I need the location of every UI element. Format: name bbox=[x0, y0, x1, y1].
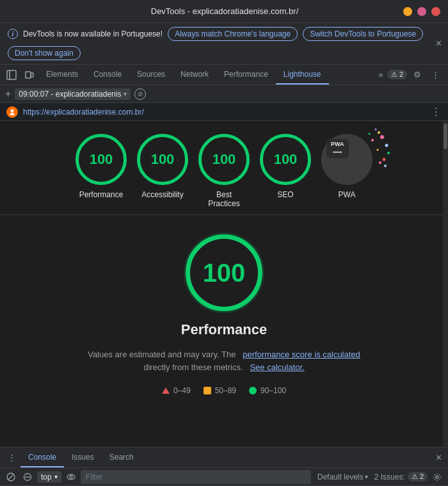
default-levels-button[interactable]: Default levels ▾ bbox=[314, 471, 372, 483]
performance-score-calc-link[interactable]: performance score is calculated bbox=[243, 350, 360, 359]
clear-console-button[interactable] bbox=[4, 470, 18, 484]
settings-icon[interactable]: ⚙ bbox=[410, 67, 425, 83]
fail-triangle-icon bbox=[162, 387, 170, 394]
issues-count: ⚠ 2 bbox=[408, 472, 428, 482]
svg-point-10 bbox=[375, 129, 377, 131]
devtools-inspect-icon[interactable] bbox=[3, 66, 20, 84]
scroll-thumb[interactable] bbox=[444, 124, 447, 149]
legend-pass: 90–100 bbox=[249, 386, 286, 395]
session-selector[interactable]: 09:00:07 - explicadoratiadenis ▾ bbox=[15, 88, 131, 100]
score-card-performance: 100 Performance bbox=[76, 134, 127, 199]
performance-score-circle: 100 bbox=[76, 134, 127, 185]
svg-point-20 bbox=[67, 474, 75, 480]
filter-input[interactable] bbox=[81, 470, 311, 484]
titlebar: DevTools - explicadoratiadenise.com.br/ bbox=[0, 0, 448, 23]
big-score-description: Values are estimated and may vary. The p… bbox=[88, 348, 360, 373]
lighthouse-toolbar: + 09:00:07 - explicadoratiadenis ▾ ⊘ bbox=[0, 85, 448, 103]
best-practices-score-circle: 100 bbox=[198, 134, 250, 185]
context-selector[interactable]: top ▾ bbox=[37, 471, 61, 483]
svg-point-15 bbox=[379, 161, 381, 164]
main-content[interactable]: 100 Performance 100 Accessibility 100 Be… bbox=[0, 121, 448, 447]
dont-show-again-button[interactable]: Don't show again bbox=[8, 46, 81, 60]
see-calculator-link[interactable]: See calculator. bbox=[250, 362, 304, 372]
bottom-panel-close-button[interactable]: × bbox=[432, 452, 445, 464]
console-settings-icon[interactable] bbox=[430, 470, 444, 484]
accessibility-score-circle: 100 bbox=[137, 134, 188, 185]
block-icon[interactable] bbox=[20, 470, 35, 484]
minimize-button[interactable] bbox=[403, 7, 412, 16]
average-square-icon bbox=[204, 387, 211, 394]
score-card-pwa: PWA — PWA bbox=[321, 134, 372, 199]
issues-badge: ⚠ 2 bbox=[387, 70, 407, 79]
issues-warning-icon: ⚠ bbox=[412, 473, 420, 480]
svg-point-9 bbox=[383, 158, 386, 161]
pwa-score-circle: PWA — bbox=[321, 134, 372, 185]
score-legend: 0–49 50–89 90–100 bbox=[149, 386, 299, 405]
scrollbar[interactable] bbox=[443, 121, 448, 447]
svg-rect-3 bbox=[31, 73, 33, 77]
notification-bar: i DevTools is now available in Portugues… bbox=[0, 23, 448, 65]
issues-badge-console: 2 Issues: ⚠ 2 bbox=[374, 472, 428, 482]
tab-lighthouse[interactable]: Lighthouse bbox=[276, 65, 329, 85]
score-cards-row: 100 Performance 100 Accessibility 100 Be… bbox=[0, 121, 448, 215]
issues-icon: ⚠ bbox=[391, 70, 399, 78]
tab-end-controls: ⚠ 2 ⚙ ⋮ bbox=[387, 67, 445, 83]
devtools-device-icon[interactable] bbox=[20, 66, 38, 84]
switch-to-portuguese-button[interactable]: Switch DevTools to Portuguese bbox=[303, 27, 423, 41]
window-controls bbox=[403, 7, 440, 16]
best-practices-score-label: BestPractices bbox=[208, 190, 239, 208]
accessibility-score-label: Accessibility bbox=[141, 190, 183, 199]
score-card-best-practices: 100 BestPractices bbox=[198, 134, 250, 208]
svg-point-4 bbox=[11, 109, 14, 112]
tab-performance[interactable]: Performance bbox=[216, 65, 276, 85]
svg-point-13 bbox=[384, 165, 387, 167]
bottom-tab-search[interactable]: Search bbox=[102, 448, 141, 467]
bottom-tab-end: × bbox=[432, 452, 445, 464]
eye-icon[interactable] bbox=[64, 470, 78, 484]
match-language-button[interactable]: Always match Chrome's language bbox=[168, 27, 298, 41]
tabs-list: Elements Console Sources Network Perform… bbox=[38, 65, 375, 85]
more-options-icon[interactable]: ⋮ bbox=[428, 67, 443, 83]
bottom-tab-issues[interactable]: Issues bbox=[64, 448, 102, 467]
url-menu-button[interactable]: ⋮ bbox=[431, 106, 442, 118]
tab-sources[interactable]: Sources bbox=[129, 65, 173, 85]
info-icon: i bbox=[8, 29, 18, 39]
bottom-panel: ⋮ Console Issues Search × top bbox=[0, 447, 448, 486]
close-button[interactable] bbox=[431, 7, 440, 16]
bottom-tab-console[interactable]: Console bbox=[20, 448, 64, 467]
svg-point-12 bbox=[377, 149, 379, 151]
tab-network[interactable]: Network bbox=[173, 65, 216, 85]
stop-icon[interactable]: ⊘ bbox=[134, 88, 146, 100]
svg-point-22 bbox=[436, 476, 438, 478]
tab-console[interactable]: Console bbox=[86, 65, 129, 85]
console-toolbar: top ▾ Default levels ▾ 2 Issues: ⚠ 2 bbox=[0, 468, 448, 486]
performance-score-label: Performance bbox=[79, 190, 124, 199]
more-tabs-button[interactable]: » bbox=[375, 70, 387, 79]
tab-elements[interactable]: Elements bbox=[38, 65, 86, 85]
big-score-title: Performance bbox=[181, 321, 268, 338]
svg-point-11 bbox=[371, 139, 374, 142]
url-bar: https://explicadoratiadenise.com.br/ ⋮ bbox=[0, 103, 448, 121]
pwa-score-label: PWA bbox=[339, 190, 356, 199]
svg-point-6 bbox=[385, 144, 388, 147]
legend-fail: 0–49 bbox=[162, 386, 191, 395]
svg-point-5 bbox=[380, 135, 384, 139]
add-tab-button[interactable]: + bbox=[5, 88, 11, 100]
url-display: https://explicadoratiadenise.com.br/ bbox=[23, 108, 426, 117]
notification-message: DevTools is now available in Portuguese! bbox=[23, 29, 163, 38]
legend-average: 50–89 bbox=[204, 386, 236, 395]
bottom-tabs-row: ⋮ Console Issues Search × bbox=[0, 448, 448, 468]
session-arrow-icon: ▾ bbox=[124, 90, 127, 97]
svg-point-7 bbox=[378, 131, 380, 134]
score-card-accessibility: 100 Accessibility bbox=[137, 134, 188, 199]
svg-point-8 bbox=[387, 152, 390, 154]
maximize-button[interactable] bbox=[417, 7, 426, 16]
seo-score-label: SEO bbox=[277, 190, 293, 199]
window-title: DevTools - explicadoratiadenise.com.br/ bbox=[46, 6, 403, 16]
notification-close-button[interactable]: × bbox=[436, 38, 442, 49]
devtools-tabs: Elements Console Sources Network Perform… bbox=[0, 65, 448, 85]
bottom-menu-icon[interactable]: ⋮ bbox=[3, 449, 20, 467]
site-favicon bbox=[6, 106, 18, 118]
svg-rect-2 bbox=[26, 72, 31, 78]
pass-circle-icon bbox=[249, 387, 257, 394]
